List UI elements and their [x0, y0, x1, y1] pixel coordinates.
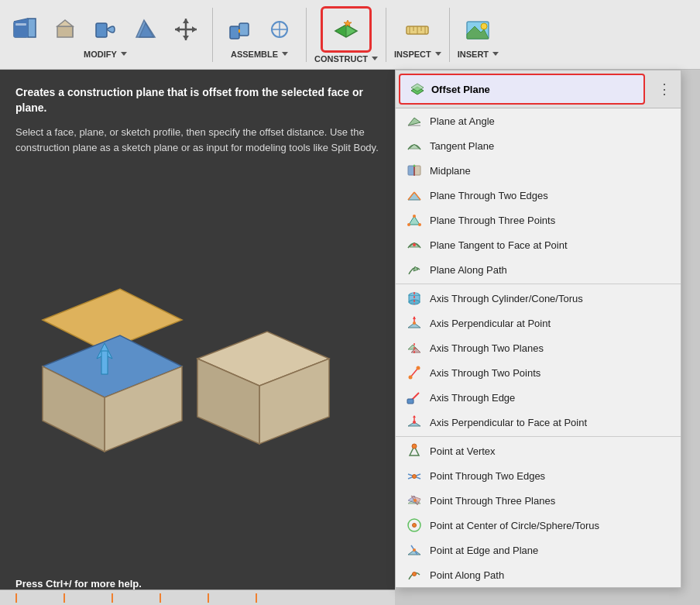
insert-icons — [459, 11, 496, 48]
inspect-arrow — [435, 52, 441, 56]
tangent-plane-icon — [407, 138, 422, 153]
point-edge-plane-label: Point at Edge and Plane — [430, 545, 538, 556]
construct-icons — [328, 11, 365, 48]
modify-text: MODIFY — [84, 50, 117, 59]
construct-highlight — [321, 6, 372, 53]
offset-plane-label: Offset Plane — [431, 84, 490, 95]
point-vertex-item[interactable]: Point at Vertex — [396, 438, 681, 463]
tick5 — [208, 593, 209, 603]
point-vertex-label: Point at Vertex — [430, 445, 496, 457]
axis-two-planes-item[interactable]: Axis Through Two Planes — [396, 335, 681, 360]
svg-marker-1 — [28, 19, 36, 37]
modify-arrow — [121, 52, 127, 56]
midplane-label: Midplane — [430, 165, 471, 177]
axis-perp-point-item[interactable]: Axis Perpendicular at Point — [396, 311, 681, 335]
point-along-path-item[interactable]: Point Along Path — [396, 562, 681, 587]
plane-three-points-icon — [407, 212, 422, 228]
construct-arrow — [372, 57, 378, 60]
inspect-icons — [399, 11, 436, 48]
point-two-edges-item[interactable]: Point Through Two Edges — [396, 463, 681, 488]
illustration-svg — [27, 273, 368, 467]
svg-point-61 — [413, 243, 416, 246]
more-button[interactable]: ⋮ — [648, 74, 681, 104]
construct-label[interactable]: CONSTRUCT — [314, 54, 378, 64]
svg-point-96 — [413, 548, 416, 552]
tangent-plane-label: Tangent Plane — [430, 140, 494, 152]
modify-group: MODIFY — [6, 11, 204, 59]
axis-two-points-label: Axis Through Two Points — [430, 367, 540, 379]
svg-marker-13 — [183, 19, 189, 23]
modify-icon-1[interactable] — [6, 11, 43, 48]
axis-perp-face-label: Axis Perpendicular to Face at Point — [430, 417, 587, 428]
assemble-icon-1[interactable] — [221, 11, 258, 48]
dropdown-header: Offset Plane ⋮ — [396, 70, 681, 108]
plane-tangent-face-icon — [407, 237, 422, 253]
assemble-group: ASSEMBLE — [221, 11, 298, 59]
sep1 — [212, 8, 213, 62]
inspect-label[interactable]: INSPECT — [394, 50, 441, 59]
axis-perp-face-item[interactable]: Axis Perpendicular to Face at Point — [396, 410, 681, 435]
offset-plane-item[interactable]: Offset Plane — [399, 74, 645, 105]
construct-text: CONSTRUCT — [314, 54, 368, 64]
axis-cylinder-item[interactable]: Axis Through Cylinder/Cone/Torus — [396, 286, 681, 311]
svg-point-76 — [417, 366, 420, 370]
plane-tangent-face-label: Plane Tangent to Face at Point — [430, 239, 568, 251]
point-center-label: Point at Center of Circle/Sphere/Torus — [430, 520, 599, 531]
plane-angle-icon — [407, 113, 422, 129]
plane-two-edges-item[interactable]: Plane Through Two Edges — [396, 183, 681, 208]
inspect-icon-main[interactable] — [399, 11, 436, 48]
svg-rect-8 — [96, 23, 107, 37]
axis-edge-item[interactable]: Axis Through Edge — [396, 385, 681, 410]
move-icon[interactable] — [167, 11, 204, 48]
point-three-planes-item[interactable]: Point Through Three Planes — [396, 488, 681, 513]
svg-rect-4 — [15, 23, 26, 26]
modify-icon-2[interactable] — [46, 11, 84, 48]
main-area: Creates a construction plane that is off… — [0, 70, 700, 605]
svg-marker-46 — [408, 118, 420, 125]
plane-along-path-item[interactable]: Plane Along Path — [396, 257, 681, 282]
svg-rect-18 — [239, 23, 249, 36]
insert-arrow — [492, 52, 499, 56]
point-center-item[interactable]: Point at Center of Circle/Sphere/Torus — [396, 513, 681, 538]
svg-rect-40 — [101, 351, 108, 374]
help-title: Creates a construction plane that is off… — [15, 85, 379, 115]
insert-icon-main[interactable] — [459, 11, 496, 48]
plane-at-angle-item[interactable]: Plane at Angle — [396, 108, 681, 133]
menu-items-list: Plane at Angle Tangent Plane — [396, 108, 681, 587]
axis-two-points-item[interactable]: Axis Through Two Points — [396, 360, 681, 385]
svg-point-75 — [409, 376, 413, 380]
svg-marker-81 — [413, 415, 416, 418]
plane-along-path-label: Plane Along Path — [430, 264, 507, 276]
svg-point-70 — [413, 321, 416, 325]
insert-label[interactable]: INSERT — [458, 50, 499, 59]
modify-icon-4[interactable] — [127, 11, 164, 48]
construct-icon-main[interactable] — [328, 11, 365, 48]
midplane-item[interactable]: Midplane — [396, 158, 681, 183]
plane-tangent-face-item[interactable]: Plane Tangent to Face at Point — [396, 232, 681, 257]
axis-perp-point-label: Axis Perpendicular at Point — [430, 318, 551, 329]
plane-three-points-label: Plane Through Three Points — [430, 215, 555, 226]
axis-cylinder-label: Axis Through Cylinder/Cone/Torus — [430, 293, 583, 304]
main-toolbar: MODIFY ASSEMBLE — [0, 0, 700, 70]
axis-edge-icon — [407, 390, 422, 405]
assemble-label[interactable]: ASSEMBLE — [231, 50, 288, 59]
point-edge-plane-icon — [407, 542, 422, 558]
svg-rect-78 — [407, 399, 413, 404]
dropdown-menu: Offset Plane ⋮ Plane at Angle — [395, 70, 681, 588]
plane-three-points-item[interactable]: Plane Through Three Points — [396, 208, 681, 232]
svg-marker-3 — [14, 19, 28, 37]
help-illustration — [15, 170, 379, 570]
offset-plane-icon — [410, 81, 425, 97]
svg-rect-49 — [408, 166, 414, 175]
assemble-icon-2[interactable] — [261, 11, 298, 48]
assemble-text: ASSEMBLE — [231, 50, 278, 59]
tick4 — [160, 593, 161, 603]
modify-label[interactable]: MODIFY — [84, 50, 127, 59]
tangent-plane-item[interactable]: Tangent Plane — [396, 133, 681, 158]
modify-icon-3[interactable] — [87, 11, 124, 48]
sep3 — [386, 8, 386, 62]
construct-group: CONSTRUCT — [314, 6, 378, 64]
plane-two-edges-label: Plane Through Two Edges — [430, 190, 548, 201]
point-edge-plane-item[interactable]: Point at Edge and Plane — [396, 538, 681, 562]
help-panel: Creates a construction plane that is off… — [0, 70, 395, 605]
